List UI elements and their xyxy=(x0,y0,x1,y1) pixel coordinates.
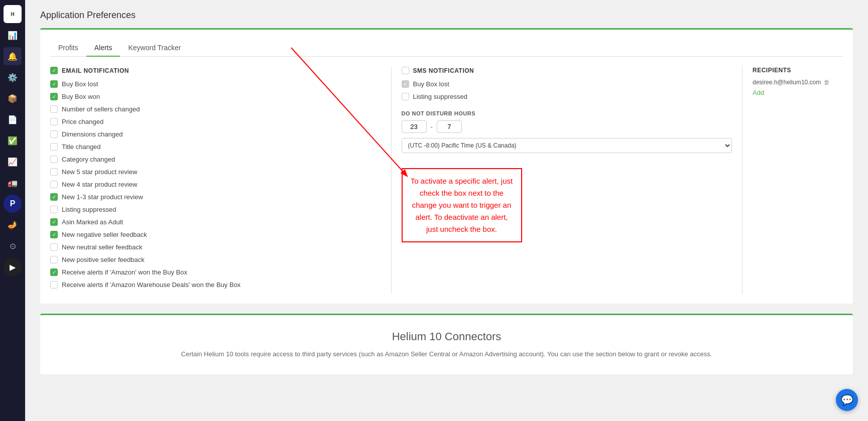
sms-master-checkbox[interactable] xyxy=(402,67,409,74)
sidebar-alerts[interactable]: 🔔 xyxy=(4,47,22,65)
email-label-14: New positive seller feedback xyxy=(62,256,145,263)
email-label-2: Number of sellers changed xyxy=(62,105,140,113)
email-item-15: ✓ Receive alerts if 'Amazon' won the Buy… xyxy=(50,268,381,276)
sidebar-doc[interactable]: 📄 xyxy=(4,110,22,128)
tab-alerts[interactable]: Alerts xyxy=(86,40,120,57)
email-check-2[interactable] xyxy=(50,105,58,113)
email-check-12[interactable]: ✓ xyxy=(50,231,58,238)
email-check-11[interactable]: ✓ xyxy=(50,218,58,226)
email-item-5: Title changed xyxy=(50,143,381,151)
email-label-5: Title changed xyxy=(62,143,101,151)
sidebar-circle[interactable]: ⊙ xyxy=(4,237,22,255)
tab-profits[interactable]: Profits xyxy=(50,40,86,57)
email-item-3: Price changed xyxy=(50,118,381,125)
sms-item-1: Listing suppressed xyxy=(402,93,732,100)
email-label-4: Dimensions changed xyxy=(62,130,122,138)
dnd-row: - xyxy=(402,120,732,133)
tab-keyword-tracker[interactable]: Keyword Tracker xyxy=(120,40,189,57)
recipients-section: RECIPIENTS desiree.h@helium10.com 🗑 Add xyxy=(742,67,843,294)
email-item-6: Category changed xyxy=(50,156,381,163)
recipients-title: RECIPIENTS xyxy=(753,67,843,74)
email-item-14: New positive seller feedback xyxy=(50,256,381,263)
email-check-8[interactable] xyxy=(50,181,58,188)
email-check-13[interactable] xyxy=(50,243,58,251)
sidebar-dashboard[interactable]: 📊 xyxy=(4,26,22,44)
email-label-13: New neutral seller feedback xyxy=(62,243,142,251)
sms-label-0: Buy Box lost xyxy=(413,80,449,88)
email-check-3[interactable] xyxy=(50,118,58,125)
email-check-15[interactable]: ✓ xyxy=(50,268,58,276)
email-check-6[interactable] xyxy=(50,156,58,163)
email-item-1: ✓ Buy Box won xyxy=(50,93,381,100)
email-label-7: New 5 star product review xyxy=(62,168,137,176)
email-item-12: ✓ New negative seller feedback xyxy=(50,231,381,238)
email-label-15: Receive alerts if 'Amazon' won the Buy B… xyxy=(62,268,187,276)
email-item-0: ✓ Buy Box lost xyxy=(50,80,381,88)
sms-check-1[interactable] xyxy=(402,93,409,100)
recipient-row: desiree.h@helium10.com 🗑 xyxy=(753,79,843,86)
timezone-select[interactable]: (UTC -8:00) Pacific Time (US & Canada) xyxy=(402,138,732,153)
email-label-6: Category changed xyxy=(62,156,115,163)
brand-logo[interactable]: H xyxy=(4,5,22,23)
email-check-5[interactable] xyxy=(50,143,58,151)
tooltip-text: To activate a specific alert, just check… xyxy=(411,177,513,233)
connectors-title: Helium 10 Connectors xyxy=(50,330,843,343)
sidebar-chart[interactable]: 📈 xyxy=(4,153,22,171)
sms-section-title: SMS NOTIFICATION xyxy=(413,67,474,74)
email-section-title: EMAIL NOTIFICATION xyxy=(62,67,129,74)
email-label-11: Asin Marked as Adult xyxy=(62,218,123,226)
email-check-1[interactable]: ✓ xyxy=(50,93,58,100)
email-section-header: ✓ EMAIL NOTIFICATION xyxy=(50,67,381,74)
sidebar-lamp[interactable]: 🪔 xyxy=(4,216,22,234)
email-label-9: New 1-3 star product review xyxy=(62,193,143,201)
email-label-16: Receive alerts if 'Amazon Warehouse Deal… xyxy=(62,281,240,289)
sms-section-header: SMS NOTIFICATION xyxy=(402,67,732,74)
email-check-14[interactable] xyxy=(50,256,58,263)
email-check-4[interactable] xyxy=(50,130,58,138)
sidebar-play[interactable]: ▶ xyxy=(4,258,22,276)
email-item-13: New neutral seller feedback xyxy=(50,243,381,251)
delete-recipient-icon[interactable]: 🗑 xyxy=(824,79,830,86)
sidebar-box[interactable]: 📦 xyxy=(4,89,22,107)
dnd-title: DO NOT DISTURB HOURS xyxy=(402,110,732,116)
connectors-desc: Certain Helium 10 tools require access t… xyxy=(50,349,843,359)
sidebar-check[interactable]: ✅ xyxy=(4,131,22,150)
email-item-7: New 5 star product review xyxy=(50,168,381,176)
email-check-10[interactable] xyxy=(50,206,58,213)
connectors-card: Helium 10 Connectors Certain Helium 10 t… xyxy=(40,314,853,374)
tabs: Profits Alerts Keyword Tracker xyxy=(50,40,843,57)
sidebar: H 📊 🔔 ⚙️ 📦 📄 ✅ 📈 🚛 P 🪔 ⊙ ▶ xyxy=(0,0,25,421)
dnd-section: DO NOT DISTURB HOURS - (UTC -8:00) Pacif… xyxy=(402,110,732,153)
add-recipient-link[interactable]: Add xyxy=(753,89,843,96)
sms-section: SMS NOTIFICATION ✓ Buy Box lost Listing … xyxy=(392,67,743,294)
email-label-3: Price changed xyxy=(62,118,103,125)
content-grid: ✓ EMAIL NOTIFICATION ✓ Buy Box lost ✓ Bu… xyxy=(50,67,843,294)
email-item-2: Number of sellers changed xyxy=(50,105,381,113)
page-title: Application Preferences xyxy=(40,10,853,21)
dnd-to-input[interactable] xyxy=(437,120,462,133)
dnd-from-input[interactable] xyxy=(402,120,427,133)
email-label-10: Listing suppressed xyxy=(62,206,116,213)
sidebar-gear[interactable]: ⚙️ xyxy=(4,68,22,86)
email-label-8: New 4 star product review xyxy=(62,181,137,188)
preferences-card: Profits Alerts Keyword Tracker ✓ EMAIL N… xyxy=(40,28,853,304)
sidebar-p[interactable]: P xyxy=(4,195,22,213)
email-item-16: Receive alerts if 'Amazon Warehouse Deal… xyxy=(50,281,381,289)
email-item-4: Dimensions changed xyxy=(50,130,381,138)
tooltip-container: To activate a specific alert, just check… xyxy=(402,168,732,242)
email-check-0[interactable]: ✓ xyxy=(50,80,58,88)
email-check-9[interactable]: ✓ xyxy=(50,193,58,201)
email-label-12: New negative seller feedback xyxy=(62,231,147,238)
email-item-10: Listing suppressed xyxy=(50,206,381,213)
email-check-7[interactable] xyxy=(50,168,58,176)
email-item-11: ✓ Asin Marked as Adult xyxy=(50,218,381,226)
chat-button[interactable]: 💬 xyxy=(836,389,858,411)
sms-label-1: Listing suppressed xyxy=(413,93,467,100)
email-label-1: Buy Box won xyxy=(62,93,100,100)
sms-check-0[interactable]: ✓ xyxy=(402,80,409,88)
email-section: ✓ EMAIL NOTIFICATION ✓ Buy Box lost ✓ Bu… xyxy=(50,67,392,294)
email-master-checkbox[interactable]: ✓ xyxy=(50,67,58,74)
email-check-16[interactable] xyxy=(50,281,58,289)
sidebar-truck[interactable]: 🚛 xyxy=(4,174,22,192)
tooltip-box: To activate a specific alert, just check… xyxy=(402,168,522,242)
